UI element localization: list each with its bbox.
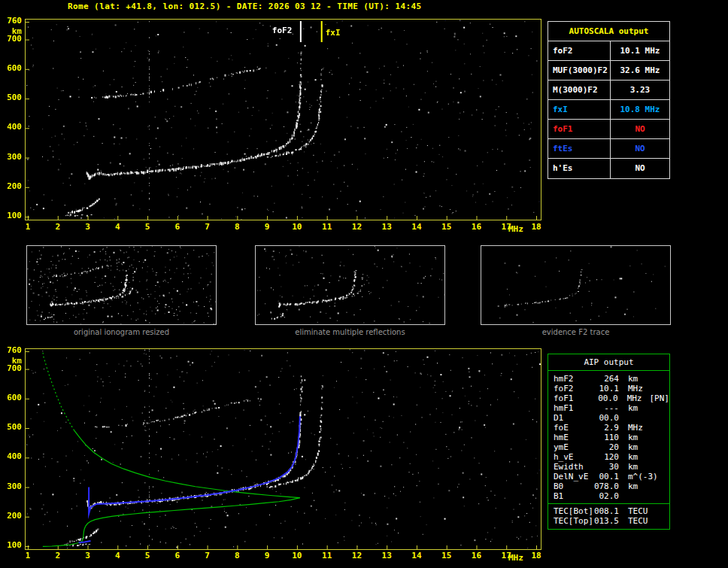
x-tick-label: 2 — [48, 223, 68, 232]
y-tick-label: 400 — [2, 452, 22, 461]
autoscala-row-foF1: foF1NO — [548, 120, 669, 139]
aip-table-body: hmF2264kmfoF210.1MHzfoF100.0MHz[PN]hmF1-… — [548, 371, 669, 503]
y-tick-label: 200 — [2, 182, 22, 191]
aip-value: 30 — [593, 462, 619, 472]
aip-value: 20 — [593, 442, 619, 452]
aip-unit — [619, 491, 628, 501]
aip-note: [PN] — [642, 393, 670, 403]
aip-name: B0 — [548, 481, 593, 491]
autoscala-app-window: Rome (lat: +41.8, lon: 012.5) - DATE: 20… — [0, 0, 728, 568]
x-tick-label: 10 — [287, 551, 307, 560]
aip-output-table: AIP output hmF2264kmfoF210.1MHzfoF100.0M… — [548, 354, 670, 530]
aip-tec-section: TEC[Bot]008.1TECUTEC[Top]013.5TECU — [548, 503, 669, 529]
aip-row-foE: foE2.9MHz — [548, 423, 669, 433]
x-tick-label: 18 — [526, 551, 546, 560]
parameter-name-label: fxI — [548, 100, 611, 119]
aip-row-ymE: ymE20km — [548, 442, 669, 452]
aip-value: 00.0 — [593, 393, 617, 403]
aip-value: --- — [593, 403, 619, 413]
thumbnail-caption-cleaned: eliminate multiple reflections — [255, 328, 445, 336]
aip-name: foE — [548, 423, 593, 433]
aip-row-foF2: foF210.1MHz — [548, 384, 669, 393]
aip-name: TEC[Bot] — [548, 506, 593, 516]
aip-note — [638, 452, 645, 462]
x-tick-label: 1 — [18, 223, 38, 232]
aip-name: h_vE — [548, 452, 593, 462]
aip-name: D1 — [548, 413, 593, 423]
aip-unit: km — [619, 374, 638, 384]
parameter-name-label: foF2 — [548, 41, 611, 60]
aip-note — [638, 481, 645, 491]
aip-row-TEC[Top]: TEC[Top]013.5TECU — [548, 516, 669, 526]
x-tick-label: 15 — [437, 223, 457, 232]
x-tick-label: 15 — [437, 551, 457, 560]
y-tick-label: 600 — [2, 64, 22, 73]
aip-unit: MHz — [619, 423, 643, 433]
aip-note — [638, 462, 645, 472]
y-tick-label: 760 — [2, 17, 22, 26]
aip-value: 00.0 — [593, 413, 619, 423]
parameter-value: 3.23 — [611, 80, 669, 99]
aip-value: 120 — [593, 452, 619, 462]
x-tick-label: 16 — [466, 223, 486, 232]
parameter-value: 32.6 MHz — [611, 61, 669, 80]
aip-value: 2.9 — [593, 423, 619, 433]
parameter-value: 10.1 MHz — [611, 41, 669, 60]
aip-note — [638, 403, 645, 413]
aip-note — [648, 516, 656, 526]
aip-row-foF1: foF100.0MHz[PN] — [548, 393, 669, 403]
autoscala-output-table: AUTOSCALA output foF210.1 MHzMUF(3000)F2… — [548, 21, 670, 179]
foF2-annotation-label: foF2 — [272, 26, 293, 35]
aip-name: TEC[Top] — [548, 516, 593, 526]
y-tick-label: 500 — [2, 423, 22, 432]
x-tick-label: 7 — [198, 223, 217, 232]
x-tick-label: 9 — [257, 223, 277, 232]
aip-value: 078.0 — [593, 481, 619, 491]
autoscala-row-foF2: foF210.1 MHz — [548, 41, 669, 61]
thumbnail-f2-trace-evidence — [481, 245, 671, 325]
aip-note — [638, 433, 645, 442]
y-tick-label: 100 — [2, 541, 22, 550]
aip-note — [658, 472, 666, 481]
aip-value: 10.1 — [593, 384, 619, 393]
x-tick-label: 16 — [466, 551, 486, 560]
x-tick-label: 11 — [317, 551, 337, 560]
aip-value: 013.5 — [593, 516, 619, 526]
parameter-value: NO — [611, 159, 669, 178]
x-tick-label: 8 — [227, 223, 247, 232]
thumbnail-multiple-reflections-removed — [255, 245, 445, 325]
x-tick-label: 10 — [287, 223, 307, 232]
parameter-name-label: ftEs — [548, 139, 611, 158]
autoscala-row-ftEs: ftEsNO — [548, 139, 669, 159]
x-tick-label: 3 — [78, 223, 98, 232]
aip-unit: MHz — [619, 384, 643, 393]
aip-value: 110 — [593, 433, 619, 442]
aip-row-hmE: hmE110km — [548, 433, 669, 442]
x-tick-label: 7 — [198, 551, 217, 560]
aip-unit: TECU — [619, 506, 648, 516]
aip-row-DelN_vE: DelN_vE00.1m^(-3) — [548, 472, 669, 481]
x-tick-label: 13 — [377, 551, 396, 560]
aip-name: foF1 — [548, 393, 593, 403]
autoscala-table-title: AUTOSCALA output — [548, 22, 669, 41]
aip-name: ymE — [548, 442, 593, 452]
aip-row-hmF1: hmF1---km — [548, 403, 669, 413]
aip-table-title: AIP output — [548, 354, 669, 371]
y-tick-label: 300 — [2, 153, 22, 162]
aip-unit: km — [619, 433, 638, 442]
aip-name: hmF2 — [548, 374, 593, 384]
aip-unit: MHz — [618, 393, 642, 403]
aip-name: foF2 — [548, 384, 593, 393]
parameter-value: NO — [611, 139, 669, 158]
aip-row-h_vE: h_vE120km — [548, 452, 669, 462]
autoscala-row-h'Es: h'EsNO — [548, 159, 669, 178]
aip-note — [643, 423, 651, 433]
x-tick-label: 6 — [168, 551, 187, 560]
x-tick-label: 14 — [407, 551, 426, 560]
thumbnail-canvas-f2 — [481, 246, 670, 324]
ionogram-canvas-top — [26, 20, 541, 220]
aip-note — [638, 374, 645, 384]
y-tick-label: 600 — [2, 393, 22, 402]
ionogram-plot-bottom-with-profile — [25, 348, 541, 550]
aip-row-B1: B102.0 — [548, 491, 669, 501]
